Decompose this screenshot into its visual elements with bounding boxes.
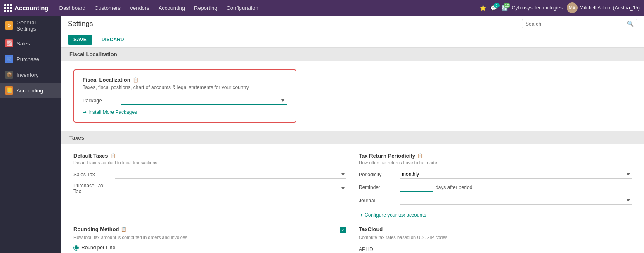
fiscal-section-header: Fiscal Localization <box>61 47 644 61</box>
nav-vendors[interactable]: Vendors <box>125 3 154 13</box>
reminder-label: Reminder <box>359 184 400 190</box>
default-taxes-title: Default Taxes 📋 <box>73 153 346 159</box>
journal-label: Journal <box>359 198 400 203</box>
round-per-line-label: Round per Line <box>81 245 115 251</box>
chat-icon[interactable]: 💬 5 <box>490 5 497 11</box>
fiscal-card: Fiscal Localization 📋 Taxes, fiscal posi… <box>73 69 296 123</box>
reminder-input[interactable]: 7 <box>400 183 433 192</box>
page-title: Settings <box>68 20 93 28</box>
journal-select[interactable] <box>400 196 632 205</box>
sidebar-item-accounting[interactable]: 📒 Accounting <box>0 83 61 98</box>
api-id-row: API ID <box>359 245 632 253</box>
updates-badge: 12 <box>504 3 510 8</box>
fiscal-card-desc: Taxes, fiscal positions, chart of accoun… <box>83 85 287 90</box>
default-taxes-panel: Default Taxes 📋 Default taxes applied to… <box>73 153 346 218</box>
taxes-grid: Default Taxes 📋 Default taxes applied to… <box>61 144 644 226</box>
rounding-desc: How total tax amount is computed in orde… <box>73 235 346 240</box>
sidebar: ⚙ General Settings 📈 Sales 🛒 Purchase 📦 … <box>0 16 61 253</box>
star-icon[interactable]: ⭐ <box>480 5 486 11</box>
inventory-icon: 📦 <box>5 71 13 79</box>
fiscal-section-body: Fiscal Localization 📋 Taxes, fiscal posi… <box>61 61 644 131</box>
configure-arrow-icon: ➜ <box>359 212 363 218</box>
tax-return-desc: How often tax returns have to be made <box>359 160 632 165</box>
sales-icon: 📈 <box>5 39 13 47</box>
nav-reporting[interactable]: Reporting <box>190 3 221 13</box>
rounding-info-icon[interactable]: 📋 <box>121 227 127 232</box>
fiscal-info-icon[interactable]: 📋 <box>133 77 139 83</box>
nav-dashboard[interactable]: Dashboard <box>55 3 90 13</box>
discard-button[interactable]: DISCARD <box>96 35 130 45</box>
reminder-row: Reminder 7 days after period <box>359 183 632 192</box>
tax-return-info-icon[interactable]: 📋 <box>417 153 423 158</box>
default-taxes-desc: Default taxes applied to local transacti… <box>73 160 346 165</box>
configure-tax-link[interactable]: ➜ Configure your tax accounts <box>359 212 426 218</box>
nav-configuration[interactable]: Configuration <box>222 3 262 13</box>
sidebar-label-inventory: Inventory <box>17 72 38 78</box>
general-icon: ⚙ <box>5 21 13 30</box>
search-icon: 🔍 <box>627 21 634 27</box>
layout: ⚙ General Settings 📈 Sales 🛒 Purchase 📦 … <box>0 16 644 253</box>
taxcloud-title: TaxCloud <box>359 226 383 232</box>
default-taxes-info-icon[interactable]: 📋 <box>110 153 116 158</box>
user-menu[interactable]: MA Mitchell Admin (Austria_15) <box>567 2 640 13</box>
sales-tax-row: Sales Tax <box>73 170 346 179</box>
top-menu: Dashboard Customers Vendors Accounting R… <box>55 3 480 13</box>
sidebar-label-accounting: Accounting <box>17 87 43 94</box>
sidebar-label-general: General Settings <box>17 19 56 32</box>
rounding-header: Rounding Method 📋 ✓ <box>73 226 346 234</box>
days-after-label: days after period <box>436 184 472 190</box>
taxcloud-panel: TaxCloud Compute tax rates based on U.S.… <box>359 226 632 253</box>
periodicity-select[interactable]: monthly <box>400 170 632 179</box>
periodicity-label: Periodicity <box>359 172 400 177</box>
install-more-link[interactable]: ➜ Install More Packages <box>83 109 287 115</box>
search-input[interactable] <box>526 21 627 27</box>
toolbar: SAVE DISCARD <box>61 32 644 47</box>
taxcloud-header-row: TaxCloud <box>359 226 632 234</box>
accounting-icon: 📒 <box>5 86 13 95</box>
journal-row: Journal <box>359 196 632 205</box>
rounding-checkbox[interactable]: ✓ <box>340 227 346 233</box>
round-per-line-radio[interactable] <box>73 245 79 251</box>
company-name: Cybrosys Technologies <box>512 5 563 11</box>
fiscal-card-title: Fiscal Localization 📋 <box>83 77 287 83</box>
sidebar-label-purchase: Purchase <box>17 56 39 62</box>
sidebar-item-general[interactable]: ⚙ General Settings <box>0 16 61 35</box>
sidebar-label-sales: Sales <box>17 40 30 47</box>
purchase-icon: 🛒 <box>5 55 13 63</box>
topnav: Accounting Dashboard Customers Vendors A… <box>0 0 644 16</box>
api-id-input[interactable] <box>400 245 632 253</box>
arrow-icon: ➜ <box>83 109 87 115</box>
purchase-tax-select[interactable] <box>115 184 346 193</box>
taxcloud-desc: Compute tax rates based on U.S. ZIP code… <box>359 235 632 240</box>
topnav-right: ⭐ 💬 5 🔄 12 Cybrosys Technologies MA Mitc… <box>480 2 640 13</box>
sidebar-item-purchase[interactable]: 🛒 Purchase <box>0 51 61 67</box>
main-content: Settings 🔍 SAVE DISCARD Fiscal Localizat… <box>61 16 644 253</box>
sales-tax-select[interactable] <box>115 170 346 179</box>
nav-customers[interactable]: Customers <box>90 3 125 13</box>
tax-return-title: Tax Return Periodicity 📋 <box>359 153 632 159</box>
settings-content: Fiscal Localization Fiscal Localization … <box>61 47 644 253</box>
rounding-title: Rounding Method 📋 <box>73 226 127 232</box>
tax-return-panel: Tax Return Periodicity 📋 How often tax r… <box>359 153 632 218</box>
rounding-panel: Rounding Method 📋 ✓ How total tax amount… <box>73 226 346 253</box>
periodicity-row: Periodicity monthly <box>359 170 632 179</box>
taxes-section-header: Taxes <box>61 131 644 144</box>
purchase-tax-label: Purchase Tax Tax <box>73 183 115 194</box>
nav-accounting[interactable]: Accounting <box>154 3 189 13</box>
package-row: Package <box>83 96 287 105</box>
taxes-bottom-grid: Rounding Method 📋 ✓ How total tax amount… <box>61 226 644 253</box>
search-box[interactable]: 🔍 <box>522 19 637 28</box>
updates-icon[interactable]: 🔄 12 <box>501 5 508 11</box>
round-per-line-row: Round per Line <box>73 245 346 251</box>
sidebar-item-inventory[interactable]: 📦 Inventory <box>0 67 61 83</box>
purchase-tax-row: Purchase Tax Tax <box>73 183 346 194</box>
save-button[interactable]: SAVE <box>68 35 92 45</box>
sales-tax-label: Sales Tax <box>73 172 115 177</box>
package-select[interactable] <box>121 96 287 105</box>
package-label: Package <box>83 98 116 104</box>
avatar: MA <box>567 2 578 13</box>
api-id-label: API ID <box>359 246 400 252</box>
brand[interactable]: Accounting <box>4 4 49 12</box>
user-name: Mitchell Admin (Austria_15) <box>580 5 640 11</box>
sidebar-item-sales[interactable]: 📈 Sales <box>0 35 61 51</box>
